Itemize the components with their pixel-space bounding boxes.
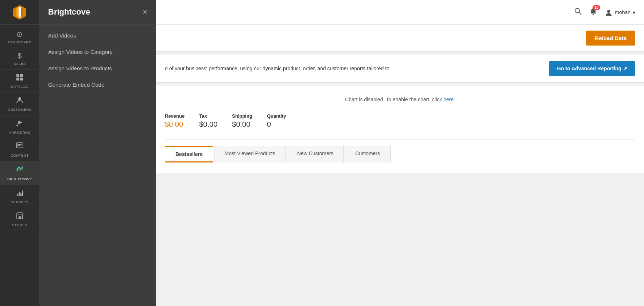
search-icon[interactable] [574,7,582,17]
sidebar-item-label: REPORTS [11,200,28,204]
tax-value: $0.00 [199,120,217,129]
reload-data-button[interactable]: Reload Data [586,31,635,46]
quantity-value: 0 [267,120,286,129]
advanced-reporting-button[interactable]: Go to Advanced Reporting ↗ [549,61,635,76]
tab-customers[interactable]: Customers [345,146,391,162]
svg-rect-14 [18,145,20,146]
reload-bar: Reload Data [156,25,644,52]
svg-marker-10 [17,121,22,125]
sidebar-item-marketing[interactable]: MARKETING [0,115,39,138]
svg-line-22 [579,12,581,15]
user-name: mohan [615,9,631,15]
notification-badge: 13 [593,5,600,10]
sidebar-item-label: CUSTOMERS [8,107,31,111]
sales-icon: $ [18,52,22,60]
svg-rect-16 [19,192,20,196]
svg-rect-13 [18,144,22,145]
sidebar-item-brightcove[interactable]: BRIGHTCOVE [0,161,39,185]
magento-logo-icon [12,4,28,20]
svg-rect-18 [22,191,23,196]
quantity-label: Quantity [267,113,286,119]
sidebar-item-label: CONTENT [11,153,28,157]
chart-disabled-message: Chart is disabled. To enable the chart, … [165,97,635,102]
stat-shipping: Shipping $0.00 [232,113,252,129]
sidebar-item-sales[interactable]: $ SALES [0,48,39,70]
catalog-icon [16,73,24,83]
marketing-icon [16,119,24,129]
tab-new-customers[interactable]: New Customers [287,146,344,162]
stores-icon [16,212,24,221]
sidebar-item-label: CATALOG [11,85,28,89]
flyout-close-button[interactable]: × [143,8,147,16]
svg-rect-5 [16,74,19,77]
topbar: 13 mohan ▾ [156,0,644,25]
revenue-label: Revenue [165,113,185,119]
flyout-menu-item-assign-category[interactable]: Assign Videos to Category [39,44,156,60]
shipping-label: Shipping [232,113,252,119]
svg-point-9 [18,97,21,100]
svg-rect-2 [19,7,21,17]
sidebar-item-label: SALES [13,62,26,66]
flyout-header: Brightcove × [39,7,156,24]
sidebar-item-label: MARKETING [9,130,31,134]
sidebar: ⊙ DASHBOARD $ SALES CATALOG CUSTOMERS [0,0,39,306]
user-dropdown-icon: ▾ [633,9,635,15]
svg-point-11 [16,125,18,126]
svg-rect-7 [16,78,19,81]
advanced-reporting-bar: d of your business' performance, using o… [156,55,644,83]
notifications-bell[interactable]: 13 [589,7,597,17]
svg-rect-15 [17,194,18,196]
svg-rect-6 [20,74,23,77]
svg-rect-20 [19,216,21,219]
flyout-title: Brightcove [48,7,90,17]
dashboard-icon: ⊙ [16,30,23,39]
flyout-menu-item-add-videos[interactable]: Add Videos [39,27,156,44]
shipping-value: $0.00 [232,120,252,129]
sidebar-item-reports[interactable]: REPORTS [0,185,39,208]
user-menu[interactable]: mohan ▾ [605,8,635,16]
chart-disabled-text: Chart is disabled. To enable the chart, … [345,97,442,102]
sidebar-item-content[interactable]: CONTENT [0,138,39,161]
advanced-reporting-button-label: Go to Advanced Reporting ↗ [557,66,627,71]
svg-rect-8 [20,78,23,81]
stat-tax: Tax $0.00 [199,113,217,129]
dashboard-stats: Chart is disabled. To enable the chart, … [156,86,644,173]
svg-point-24 [607,10,610,13]
flyout-menu-item-assign-products[interactable]: Assign Videos to Products [39,60,156,76]
svg-marker-4 [21,7,23,17]
tax-label: Tax [199,113,217,119]
sidebar-item-label: BRIGHTCOVE [7,177,32,181]
advanced-reporting-description: d of your business' performance, using o… [165,66,389,71]
stats-row: Revenue $0.00 Tax $0.00 Shipping $0.00 Q… [165,113,635,129]
sidebar-item-catalog[interactable]: CATALOG [0,70,39,93]
sidebar-item-dashboard[interactable]: ⊙ DASHBOARD [0,26,39,48]
tab-bestsellers[interactable]: Bestsellers [165,146,213,162]
svg-rect-17 [20,193,22,196]
svg-point-23 [593,14,594,15]
revenue-value: $0.00 [165,120,185,129]
page-content: Reload Data d of your business' performa… [156,25,644,306]
sidebar-item-stores[interactable]: STORES [0,208,39,231]
chart-enable-link[interactable]: here. [443,97,455,102]
brightcove-icon [15,165,24,176]
customers-icon [16,96,24,106]
svg-marker-3 [16,7,19,17]
sidebar-item-label: STORES [12,223,27,227]
reports-icon [16,189,24,199]
flyout-menu-item-generate-embed[interactable]: Generate Embed Code [39,76,156,93]
flyout-panel: Brightcove × Add Videos Assign Videos to… [39,0,156,306]
stat-revenue: Revenue $0.00 [165,113,185,129]
stat-quantity: Quantity 0 [267,113,286,129]
sidebar-logo [0,0,39,25]
sidebar-item-label: DASHBOARD [8,40,32,44]
content-icon [16,142,24,152]
main-content: 13 mohan ▾ Reload Data d of your busines… [156,0,644,306]
svg-point-21 [575,8,579,13]
user-icon [605,8,613,16]
tabs-row: Bestsellers Most Viewed Products New Cus… [165,140,635,162]
tab-most-viewed[interactable]: Most Viewed Products [214,146,286,162]
sidebar-item-customers[interactable]: CUSTOMERS [0,93,39,115]
